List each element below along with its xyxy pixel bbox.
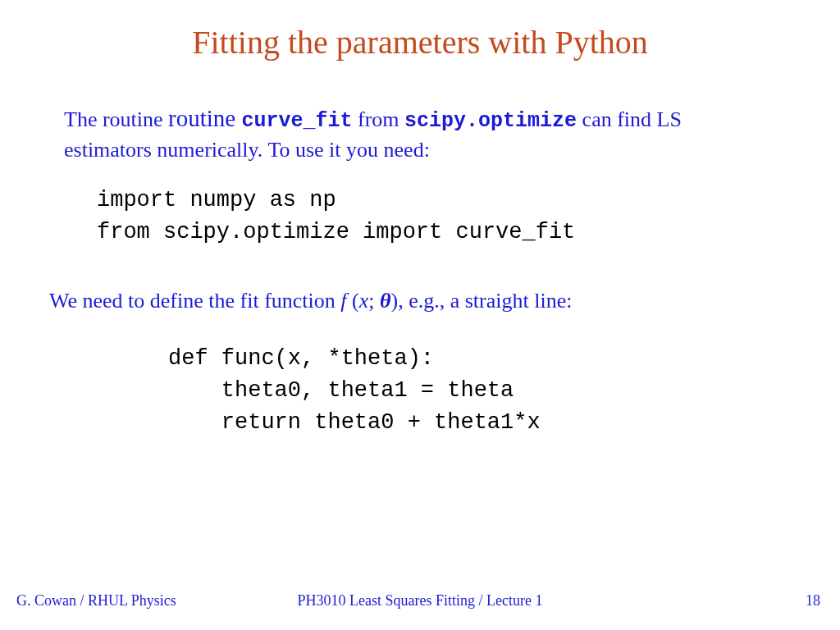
math-theta: θ [380,289,391,313]
intro-paragraph: The routine routine curve_fit from scipy… [64,103,774,164]
text: We need to define the fit function [49,289,340,313]
slide: Fitting the parameters with Python The r… [0,0,840,630]
text: routine [168,105,241,131]
code-block-imports: import numpy as np from scipy.optimize i… [97,185,575,249]
fit-function-paragraph: We need to define the fit function f (x;… [49,289,791,313]
footer: G. Cowan / RHUL Physics PH3010 Least Squ… [0,592,840,612]
page-number: 18 [806,592,820,609]
text: The routine [64,107,168,131]
slide-title: Fitting the parameters with Python [0,23,840,62]
footer-course: PH3010 Least Squares Fitting / Lecture 1 [0,592,840,609]
math-x: x [359,289,369,313]
text: , e.g., a straight line: [398,289,572,313]
code-inline-scipy-optimize: scipy.optimize [404,109,577,133]
code-inline-curve-fit: curve_fit [241,109,352,133]
math-f: f [340,289,352,313]
math-sep: ; [368,289,380,313]
code-block-func: def func(x, *theta): theta0, theta1 = th… [168,343,541,439]
text: from [353,107,405,131]
math-open: ( [352,289,359,313]
math-close: ) [390,289,398,313]
